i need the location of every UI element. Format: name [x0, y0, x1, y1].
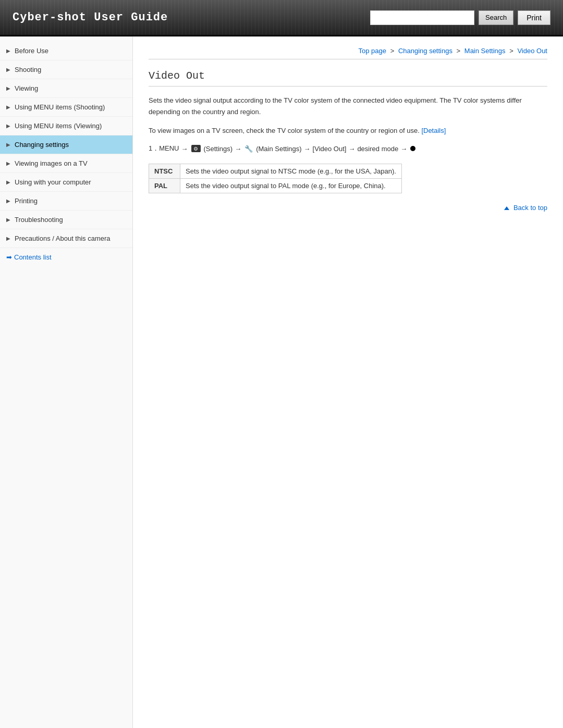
body-text-1: Sets the video signal output according t… — [149, 95, 547, 118]
sidebar-item-computer[interactable]: ▶ Using with your computer — [0, 173, 132, 192]
header: Cyber-shot User Guide Search Print — [0, 0, 563, 36]
breadcrumb-separator: > — [457, 47, 462, 55]
settings-icon — [191, 145, 201, 152]
sidebar-item-label: Using MENU items (Shooting) — [15, 103, 105, 111]
desired-mode-label: desired mode — [357, 145, 398, 153]
sidebar-item-label: Using with your computer — [15, 178, 91, 186]
chevron-right-icon: ▶ — [6, 85, 10, 91]
arrow-icon: → — [181, 145, 188, 153]
search-input[interactable] — [370, 10, 474, 25]
sidebar-item-printing[interactable]: ▶ Printing — [0, 192, 132, 211]
sidebar-item-label: Shooting — [15, 66, 41, 73]
chevron-right-icon: ▶ — [6, 161, 10, 166]
sidebar-item-shooting[interactable]: ▶ Shooting — [0, 60, 132, 79]
table-row: PALSets the video output signal to PAL m… — [149, 179, 402, 193]
arrow-icon: → — [348, 145, 355, 153]
table-row: NTSCSets the video output signal to NTSC… — [149, 164, 402, 179]
sidebar-item-label: Changing settings — [15, 141, 69, 149]
breadcrumb-changing-settings[interactable]: Changing settings — [398, 47, 452, 55]
sidebar: ▶ Before Use ▶ Shooting ▶ Viewing ▶ Usin… — [0, 36, 133, 728]
page-title: Video Out — [149, 70, 547, 87]
triangle-up-icon — [504, 206, 509, 210]
chevron-right-icon: ▶ — [6, 104, 10, 110]
search-button[interactable]: Search — [479, 10, 513, 25]
breadcrumb-top-page[interactable]: Top page — [359, 47, 387, 55]
table-mode-cell: PAL — [149, 179, 180, 193]
body-text-2: To view images on a TV screen, check the… — [149, 125, 547, 137]
contents-list-link[interactable]: ➡ Contents list — [0, 248, 132, 266]
sidebar-item-label: Viewing — [15, 84, 38, 92]
chevron-right-icon: ▶ — [6, 236, 10, 241]
chevron-right-icon: ▶ — [6, 48, 10, 54]
sidebar-item-menu-shooting[interactable]: ▶ Using MENU items (Shooting) — [0, 98, 132, 117]
sidebar-item-troubleshooting[interactable]: ▶ Troubleshooting — [0, 211, 132, 229]
main-settings-label: (Main Settings) — [256, 145, 301, 153]
sidebar-item-label: Before Use — [15, 47, 48, 55]
instruction-number: 1．MENU — [149, 144, 179, 153]
arrow-icon: → — [235, 145, 241, 153]
main-content: Top page > Changing settings > Main Sett… — [133, 36, 563, 728]
sidebar-item-precautions[interactable]: ▶ Precautions / About this camera — [0, 229, 132, 248]
chevron-right-icon: ▶ — [6, 179, 10, 185]
chevron-right-icon: ▶ — [6, 142, 10, 147]
arrow-icon: → — [400, 145, 407, 153]
breadcrumb-current: Video Out — [517, 47, 547, 55]
print-button[interactable]: Print — [518, 10, 550, 25]
sidebar-item-label: Troubleshooting — [15, 216, 63, 224]
sidebar-item-before-use[interactable]: ▶ Before Use — [0, 42, 132, 60]
sidebar-item-viewing[interactable]: ▶ Viewing — [0, 79, 132, 98]
table-description-cell: Sets the video output signal to PAL mode… — [180, 179, 402, 193]
sidebar-item-viewing-on-tv[interactable]: ▶ Viewing images on a TV — [0, 154, 132, 173]
app-title: Cyber-shot User Guide — [0, 11, 168, 24]
chevron-right-icon: ▶ — [6, 217, 10, 223]
table-mode-cell: NTSC — [149, 164, 180, 179]
video-out-table: NTSCSets the video output signal to NTSC… — [149, 164, 402, 193]
sidebar-item-changing-settings[interactable]: ▶ Changing settings — [0, 135, 132, 154]
page-container: ▶ Before Use ▶ Shooting ▶ Viewing ▶ Usin… — [0, 36, 563, 728]
arrow-icon: → — [304, 145, 311, 153]
arrow-right-icon: ➡ — [6, 253, 12, 261]
instruction-line: 1．MENU → (Settings) → 🔧 (Main Settings) … — [149, 144, 547, 153]
back-to-top-label: Back to top — [513, 204, 547, 212]
table-description-cell: Sets the video output signal to NTSC mod… — [180, 164, 402, 179]
settings-label: (Settings) — [204, 145, 233, 153]
sidebar-item-label: Viewing images on a TV — [15, 159, 88, 167]
contents-link-label: Contents list — [14, 253, 52, 261]
back-to-top[interactable]: Back to top — [149, 204, 547, 212]
chevron-right-icon: ▶ — [6, 123, 10, 129]
chevron-right-icon: ▶ — [6, 67, 10, 72]
breadcrumb: Top page > Changing settings > Main Sett… — [149, 47, 547, 59]
sidebar-item-menu-viewing[interactable]: ▶ Using MENU items (Viewing) — [0, 117, 132, 135]
breadcrumb-separator: > — [390, 47, 396, 55]
confirm-icon — [410, 146, 415, 151]
video-out-label: [Video Out] — [313, 145, 347, 153]
sidebar-item-label: Using MENU items (Viewing) — [15, 122, 102, 130]
main-settings-icon: 🔧 — [244, 145, 253, 153]
details-link[interactable]: [Details] — [421, 127, 446, 134]
header-controls: Search Print — [370, 10, 563, 25]
sidebar-item-label: Precautions / About this camera — [15, 235, 111, 242]
breadcrumb-separator: > — [509, 47, 515, 55]
breadcrumb-main-settings[interactable]: Main Settings — [464, 47, 506, 55]
chevron-right-icon: ▶ — [6, 198, 10, 204]
sidebar-item-label: Printing — [15, 197, 38, 205]
body-text-2-content: To view images on a TV screen, check the… — [149, 127, 420, 134]
